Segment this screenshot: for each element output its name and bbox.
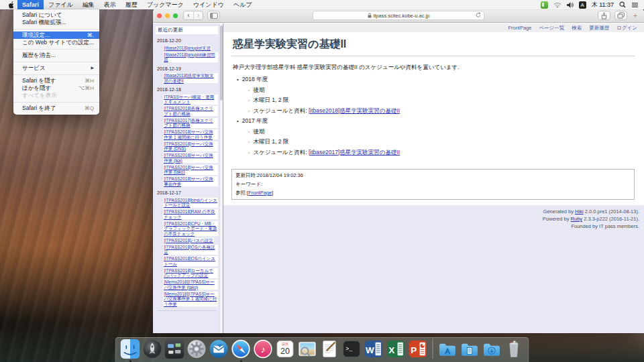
hiki-link[interactable]: Hiki (575, 208, 584, 215)
dock-powerpoint[interactable]: P (409, 339, 428, 359)
sidebar-link[interactable]: [ITPASS2018]OSのインストール (163, 256, 218, 266)
apple-menu-icon[interactable] (5, 1, 17, 9)
sidebar-link[interactable]: 2018-12-17 (156, 190, 182, 196)
sidebar-list-item[interactable]: ◦ [ITPASS2018]CPU・MB・グラフィックボード・電源の不良チェック (160, 221, 218, 237)
menu-item[interactable] (13, 49, 99, 50)
tab-overview-button[interactable] (614, 11, 627, 20)
sidebar-list-item[interactable]: ◦ [ITPASS2018]OSのインストール (160, 256, 218, 266)
menu-item[interactable]: ほかを隠す⌥⌘H (13, 84, 99, 92)
input-source-icon[interactable]: A (579, 1, 586, 9)
sidebar-link[interactable]: [ITPASS2018]OSの各種設定 (163, 245, 218, 255)
menubar-menu[interactable]: ファイル (44, 0, 78, 9)
new-tab-button[interactable]: + (631, 11, 640, 19)
menu-item[interactable]: すべてを表示 (13, 92, 99, 99)
wiki-nav-link[interactable]: ページ一覧 (539, 25, 564, 32)
dock-finder[interactable] (121, 339, 140, 359)
menubar-menu[interactable]: Safari (17, 0, 44, 9)
sidebar-list-item[interactable]: ◦ [itbase2018]惑星学実験実習の基礎II (160, 73, 218, 83)
sidebar-list-item[interactable]: ◦ [ITPASS2018]サーバ交換事前作業 (160, 176, 218, 186)
menubar-menu[interactable]: ブックマーク (142, 0, 189, 9)
sidebar-link[interactable]: [ITPASS2018]RAM の不良チェック (163, 209, 218, 219)
dock-launchpad[interactable] (143, 339, 162, 359)
menubar-menu[interactable]: 履歴 (121, 0, 142, 9)
menu-item[interactable] (13, 62, 99, 62)
dock-safari[interactable] (231, 339, 251, 359)
sidebar-list-item[interactable]: ◦ [ITPASS2018]サーバ交換作業 1 週間後に行う作業 (160, 129, 218, 139)
zoom-window-button[interactable] (173, 13, 178, 18)
sidebar-list-item[interactable]: ◦ 2018-12-18 (156, 87, 218, 93)
wifi-icon[interactable] (553, 2, 561, 8)
dock-terminal[interactable]: >_ (342, 339, 362, 359)
wiki-nav-link[interactable]: ログイン (616, 25, 637, 32)
sidebar-list-item[interactable]: ◦ [ITPASS2018]パスの設定 (160, 238, 218, 243)
dock-preview[interactable] (298, 339, 317, 359)
menubar-menu[interactable]: 表示 (99, 0, 121, 9)
sidebar-list-item[interactable]: ◦ [ITPASS2018]OSの各種設定 (160, 245, 218, 255)
dock-documents-folder[interactable] (460, 339, 480, 359)
menu-item[interactable]: この Web サイトでの設定... (13, 39, 99, 46)
sidebar-list-item[interactable]: ◦ [itbase2018]gnuplot実習 (160, 46, 218, 51)
menu-item[interactable]: Safari について (13, 11, 99, 19)
forward-button[interactable]: › (193, 11, 203, 19)
menu-item[interactable]: 環境設定...⌘, (13, 32, 99, 39)
close-window-button[interactable] (157, 13, 162, 18)
share-button[interactable] (598, 11, 610, 20)
sidebar-toggle-button[interactable] (207, 11, 220, 20)
menu-item[interactable]: サービス▶ (13, 64, 99, 72)
sidebar-link[interactable]: [itbase2018]惑星学実験実習の基礎II (163, 73, 218, 83)
schedule-link-2017[interactable]: [itbase2017]惑星学実験実習の基礎II (309, 149, 400, 156)
spotlight-icon[interactable] (619, 1, 626, 8)
minimize-window-button[interactable] (165, 13, 170, 18)
dock-calendar[interactable]: 12月20 (276, 339, 295, 359)
address-bar[interactable]: itpass.scitec.kobe-u.ac.jp (313, 11, 484, 20)
reload-icon[interactable] (476, 12, 481, 19)
schedule-link-2018[interactable]: [itbase2018]惑星学実験実習の基礎II (309, 107, 400, 114)
sidebar-link[interactable]: [ITPASS2018]CPU・MB・グラフィックボード・電源の不良チェック (163, 221, 218, 237)
sidebar-list-item[interactable]: ◦ [Memo2018][ITPASS]サーバ交換事作業 1 週間後に行う作業 (160, 292, 218, 307)
sidebar-list-item[interactable]: ◦ [ITPASS2018]サーバ交換作業 (ika) (160, 153, 218, 163)
sidebar-link[interactable]: [ITPASS2018]サーバ交換作業 (DNS) (163, 141, 218, 152)
dock-trash[interactable] (504, 339, 524, 359)
sidebar-list-item[interactable]: ◦ 2018-12-20 (156, 38, 218, 44)
sidebar-list-item[interactable]: ◦ [ITPASS2018]ローカルでのバックアップの設定 (160, 268, 218, 278)
sidebar-link[interactable]: [Memo2018][ITPASS]サーバ交換事作業 1 週間後に行う作業 (163, 292, 218, 307)
wiki-nav-link[interactable]: 更新履歴 (589, 25, 609, 32)
ruby-link[interactable]: Ruby (571, 216, 583, 222)
sidebar-link[interactable]: [ITPASS2018]ローカルでのバックアップの設定 (163, 268, 218, 278)
dock-system-preferences[interactable] (187, 339, 207, 359)
sidebar-list-item[interactable]: ◦ [ITPASS2018]サーバ交換作業 (tako) (160, 165, 218, 175)
menu-item[interactable] (13, 102, 99, 103)
sidebar-link[interactable]: [ITPASS2018]パスの設定 (163, 238, 214, 243)
sidebar-list-item[interactable]: ◦ 2018-12-17 (156, 190, 218, 196)
menubar-clock[interactable]: 木 11:37 (592, 1, 614, 9)
sidebar-list-item[interactable]: ◦ [ITPASS2018]bindのインストールと設定 (160, 198, 218, 208)
frontpage-link[interactable]: FrontPage (248, 190, 272, 196)
sidebar-list-item[interactable]: ◦ [ITPASS2018]RAM の不良チェック (160, 209, 218, 219)
sidebar-link[interactable]: [ITPASS2018]サーバ交換作業 (tako) (163, 165, 218, 175)
sidebar-link[interactable]: 2018-12-19 (156, 66, 182, 72)
sidebar-list-item[interactable]: ◦ [ITPASS2017]各種スクリプト群の格納 (160, 118, 218, 128)
sidebar-link[interactable]: [itbase2018]gnuplot練習問題 (163, 52, 218, 62)
menu-item[interactable]: Safari を終了⌘Q (13, 105, 99, 112)
dock-applications-folder[interactable]: A (438, 339, 458, 359)
wiki-nav-link[interactable]: 検索 (572, 25, 582, 32)
menu-item[interactable] (13, 74, 99, 75)
back-button[interactable]: ‹ (184, 11, 193, 19)
menubar-menu[interactable]: ウインドウ (189, 0, 229, 9)
sidebar-list-item[interactable]: ◦ [ITPASS2018]サーバ交換作業 (DNS) (160, 141, 218, 152)
dock-word[interactable]: W (364, 339, 384, 359)
sidebar-link[interactable]: [ITPASS2018]サーバ交換作業 1 週間後に行う作業 (163, 129, 218, 139)
menu-item[interactable] (13, 29, 99, 29)
sidebar-list-item[interactable]: ◦ ITPASSサーバ構築・運用ドキュメント (160, 95, 218, 105)
sidebar-list-item[interactable]: ◦ 2018-12-19 (156, 66, 218, 72)
wiki-nav-link[interactable]: FrontPage (508, 25, 531, 31)
sidebar-link[interactable]: ITPASSサーバ構築・運用ドキュメント (163, 95, 218, 105)
dock-excel[interactable]: X (386, 339, 406, 359)
sidebar-link[interactable]: [ITPASS2018]各種スクリプト群の格納 (163, 106, 218, 116)
sidebar-link[interactable]: [Memo2018][ITPASS]サーバ交換作業 (tako) (163, 280, 218, 290)
sidebar-link[interactable]: [ITPASS2018]bindのインストールと設定 (163, 198, 218, 208)
dock-itunes[interactable]: ♪ (254, 339, 273, 359)
menubar-menu[interactable]: ヘルプ (229, 0, 257, 9)
menu-item[interactable]: Safari を隠す⌘H (13, 77, 99, 84)
dock-textedit[interactable] (320, 339, 339, 359)
